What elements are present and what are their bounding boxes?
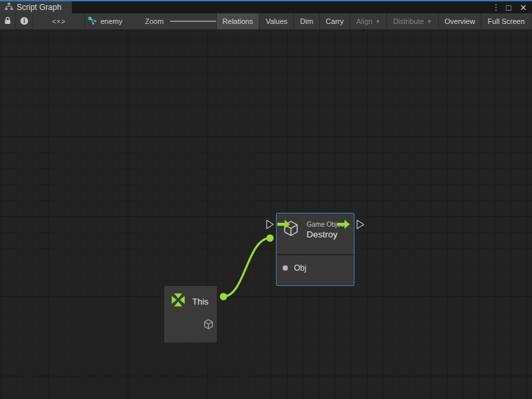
- node-divider: [277, 254, 354, 255]
- toolbar-left-group: <×>: [0, 13, 85, 29]
- node-this[interactable]: This: [164, 286, 217, 342]
- zoom-label: Zoom: [145, 17, 164, 25]
- window-menu-icon[interactable]: ⋮: [492, 1, 500, 13]
- graph-name-label: enemy: [100, 17, 122, 25]
- graph-asset-icon: [88, 16, 97, 27]
- toolbar-right-group: Relations Values Dim Carry Align ▼ Distr…: [216, 13, 531, 29]
- window-tab-bar: Script Graph ⋮ □ ✕: [0, 0, 532, 13]
- graph-hierarchy-icon: [5, 2, 13, 13]
- overview-button-label: Overview: [445, 17, 475, 25]
- values-button[interactable]: Values: [259, 13, 294, 29]
- graph-toolbar: <×> enemy Zoom 1x Relations Values: [0, 13, 532, 30]
- node-type-label: Game Object: [307, 221, 346, 228]
- tab-title: Script Graph: [17, 3, 61, 12]
- graph-canvas[interactable]: Game Object Destroy Obj This: [0, 30, 532, 399]
- window-controls: ⋮ □ ✕: [492, 1, 529, 13]
- node-destroy-titles: Game Object Destroy: [307, 221, 346, 239]
- node-this-header: This: [170, 291, 209, 311]
- window-maximize-icon[interactable]: □: [503, 1, 515, 13]
- this-output-cube-icon[interactable]: [203, 319, 214, 332]
- chevron-down-icon: ▼: [427, 19, 432, 25]
- carry-button-label: Carry: [326, 17, 344, 25]
- dim-button[interactable]: Dim: [294, 13, 320, 29]
- window-focus-line: [0, 0, 532, 1]
- graph-reference[interactable]: enemy: [88, 13, 122, 29]
- this-converge-arrows-icon: [170, 291, 187, 311]
- dim-button-label: Dim: [300, 17, 313, 25]
- lock-icon: [4, 17, 11, 26]
- code-view-icon: <×>: [52, 18, 66, 25]
- code-view-button[interactable]: <×>: [33, 13, 85, 29]
- distribute-dropdown[interactable]: Distribute ▼: [387, 13, 438, 29]
- node-title: Destroy: [307, 229, 346, 239]
- obj-port-label: Obj: [294, 263, 307, 273]
- value-port-dot[interactable]: [283, 265, 288, 271]
- tab-script-graph[interactable]: Script Graph: [0, 1, 72, 13]
- info-icon: [20, 17, 29, 27]
- carry-button[interactable]: Carry: [320, 13, 350, 29]
- relations-button[interactable]: Relations: [216, 13, 260, 29]
- relations-button-label: Relations: [223, 17, 253, 25]
- chevron-down-icon: ▼: [375, 19, 380, 25]
- this-node-title: This: [192, 297, 209, 307]
- full-screen-button-label: Full Screen: [487, 17, 525, 25]
- align-dropdown-label: Align: [356, 17, 372, 25]
- distribute-dropdown-label: Distribute: [393, 17, 424, 25]
- game-object-cube-icon: [282, 219, 300, 240]
- lock-button[interactable]: [0, 13, 16, 29]
- node-destroy[interactable]: Game Object Destroy Obj: [276, 213, 354, 286]
- values-button-label: Values: [265, 17, 287, 25]
- overview-button[interactable]: Overview: [439, 13, 482, 29]
- node-destroy-header: Game Object Destroy: [282, 219, 346, 240]
- obj-input-port-row[interactable]: Obj: [283, 263, 307, 273]
- full-screen-button[interactable]: Full Screen: [481, 13, 531, 29]
- window-close-icon[interactable]: ✕: [517, 1, 529, 13]
- info-button[interactable]: [16, 13, 33, 29]
- align-dropdown[interactable]: Align ▼: [350, 13, 387, 29]
